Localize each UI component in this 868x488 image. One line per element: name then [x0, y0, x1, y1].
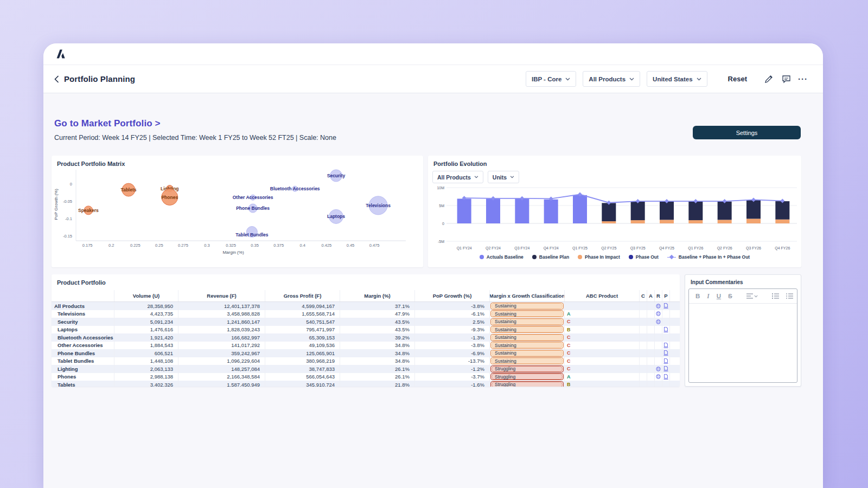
- table-row-televisions[interactable]: Televisions4,423,7353,458,988,8281,655,5…: [52, 310, 680, 318]
- matrix-bubble-label: Other Accessories: [233, 195, 273, 200]
- evolution-bar-baseline-plan[interactable]: [631, 202, 645, 220]
- evolution-bar-baseline-plan[interactable]: [775, 201, 789, 220]
- evolution-bar-phase-in[interactable]: [746, 219, 761, 223]
- revenue-cell: 2,166,348,584: [178, 373, 265, 381]
- reset-button[interactable]: Reset: [728, 75, 747, 83]
- column-header[interactable]: Volume (U): [114, 290, 178, 301]
- column-header[interactable]: [52, 290, 114, 301]
- evolution-bar-phase-in[interactable]: [602, 221, 616, 223]
- column-header[interactable]: A: [647, 290, 655, 301]
- evolution-bar-baseline-plan[interactable]: [746, 200, 761, 219]
- legend-item-baseline-plan[interactable]: Baseline Plan: [532, 254, 569, 260]
- evolution-units-filter[interactable]: Units: [488, 171, 519, 183]
- table-row-phones[interactable]: Phones2,988,1382,166,348,584566,054,6432…: [52, 373, 680, 381]
- section-heading-link[interactable]: Go to Market Portfolio >: [54, 118, 336, 129]
- legend-item-phase-out[interactable]: Phase Out: [629, 254, 659, 260]
- pop-growth-cell: -1.2%: [415, 365, 490, 373]
- table-row-bluetooth-accessories[interactable]: Bluetooth Accessories1,921,420166,682,99…: [52, 333, 680, 342]
- legend-item-phase-in-impact[interactable]: Phase In Impact: [578, 254, 620, 260]
- table-title: Product Portfolio: [52, 274, 680, 287]
- evolution-bar-actuals[interactable]: [544, 200, 558, 223]
- table-row-all-products[interactable]: All Products28,358,95012,401,137,3784,59…: [52, 302, 680, 310]
- filter-products[interactable]: All Products: [583, 71, 640, 87]
- legend-item-actuals-baseline[interactable]: Actuals Baseline: [480, 254, 524, 260]
- table-row-lighting[interactable]: Lighting2,063,133148,257,08438,747,83326…: [52, 365, 680, 373]
- column-header[interactable]: Revenue (F): [178, 290, 265, 301]
- related-view-icon[interactable]: [656, 374, 661, 379]
- table-row-tablet-bundles[interactable]: Tablet Bundles1,448,1081,096,229,604380,…: [52, 357, 680, 365]
- ordered-list-icon[interactable]: [772, 291, 779, 301]
- evolution-bar-actuals[interactable]: [573, 195, 587, 223]
- page-link-icon[interactable]: [663, 374, 668, 380]
- evolution-bar-phase-in[interactable]: [660, 220, 674, 223]
- bold-icon[interactable]: B: [695, 293, 700, 299]
- related-view-icon[interactable]: [656, 311, 661, 316]
- page-link-icon[interactable]: [663, 350, 668, 356]
- underline-icon[interactable]: U: [717, 293, 721, 299]
- column-header[interactable]: ABC Product: [565, 290, 640, 301]
- column-header[interactable]: Gross Profit (F): [265, 290, 340, 301]
- align-icon[interactable]: [746, 293, 758, 299]
- evolution-bar-phase-in[interactable]: [631, 220, 645, 223]
- matrix-x-tick: 0.475: [369, 243, 380, 248]
- table-row-other-accessories[interactable]: Other Accessories1,884,543141,017,29249,…: [52, 342, 680, 350]
- column-header[interactable]: R: [655, 290, 662, 301]
- strikethrough-icon[interactable]: S: [728, 293, 732, 299]
- evolution-bar-actuals[interactable]: [457, 198, 471, 223]
- evolution-bar-actuals[interactable]: [515, 198, 529, 223]
- related-view-icon[interactable]: [656, 319, 661, 324]
- comment-icon[interactable]: [781, 74, 792, 85]
- column-header[interactable]: Margin x Growth Classification: [490, 290, 565, 301]
- filter-region[interactable]: United States: [647, 71, 707, 87]
- column-header[interactable]: C: [640, 290, 647, 301]
- evolution-bar-baseline-plan[interactable]: [688, 202, 703, 220]
- table-row-phone-bundles[interactable]: Phone Bundles606,521359,242,967125,065,9…: [52, 349, 680, 357]
- classification-cell: Sustaining: [490, 349, 565, 357]
- filter-model[interactable]: IBP - Core: [526, 71, 576, 87]
- evolution-bar-baseline-plan[interactable]: [602, 203, 616, 221]
- column-header[interactable]: Margin (%): [340, 290, 415, 301]
- pop-growth-cell: -6.9%: [415, 349, 490, 357]
- back-chevron-icon[interactable]: [54, 75, 59, 83]
- bullet-list-icon[interactable]: [786, 291, 793, 301]
- page-link-icon[interactable]: [663, 327, 668, 332]
- evolution-bar-baseline-plan[interactable]: [660, 202, 674, 220]
- evolution-bar-baseline-plan[interactable]: [718, 202, 732, 220]
- evolution-product-filter[interactable]: All Products: [432, 171, 483, 183]
- row-label: Tablets: [52, 381, 114, 387]
- evolution-bar-actuals[interactable]: [486, 198, 500, 223]
- chevron-down-icon: [697, 78, 701, 81]
- page-link-icon[interactable]: [663, 358, 668, 364]
- margin-cell: 26.1%: [340, 365, 415, 373]
- italic-icon[interactable]: I: [707, 293, 709, 299]
- p-flag-cell: [662, 381, 670, 387]
- table-row-laptops[interactable]: Laptops1,476,6161,828,039,243795,471,997…: [52, 326, 680, 334]
- evolution-bar-phase-in[interactable]: [775, 220, 789, 223]
- legend-item-baseline-phase-in-phase-out[interactable]: Baseline + Phase In + Phase Out: [667, 254, 750, 260]
- related-view-icon[interactable]: [656, 304, 661, 309]
- chevron-down-icon: [474, 176, 478, 178]
- chevron-down-icon: [754, 295, 758, 298]
- anaplan-logo-icon: [56, 49, 66, 59]
- abc-product-cell: C: [565, 349, 640, 357]
- margin-cell: 39.2%: [340, 333, 415, 342]
- page-link-icon[interactable]: [663, 303, 668, 309]
- column-header[interactable]: PoP Growth (%): [415, 290, 490, 301]
- page-link-icon[interactable]: [663, 343, 668, 348]
- more-options-icon[interactable]: ···: [798, 74, 808, 84]
- page-link-icon[interactable]: [663, 366, 668, 371]
- evolution-bar-phase-in[interactable]: [718, 220, 732, 223]
- evolution-product-filter-label: All Products: [437, 174, 471, 181]
- c-flag-cell: [640, 318, 647, 326]
- evolution-bar-phase-in[interactable]: [688, 220, 703, 223]
- c-flag-cell: [640, 357, 647, 365]
- table-row-security[interactable]: Security5,091,2341,241,860,147540,751,54…: [52, 318, 680, 326]
- commentary-text-area[interactable]: [689, 304, 797, 382]
- settings-button[interactable]: Settings: [693, 126, 801, 139]
- related-view-icon[interactable]: [656, 367, 661, 371]
- column-header[interactable]: P: [662, 290, 670, 301]
- revenue-cell: 166,682,997: [178, 333, 265, 342]
- r-flag-cell: [655, 373, 662, 381]
- edit-pencil-icon[interactable]: [763, 74, 774, 85]
- table-row-tablets[interactable]: Tablets3,402,3261,587,450,949345,910,724…: [52, 381, 680, 387]
